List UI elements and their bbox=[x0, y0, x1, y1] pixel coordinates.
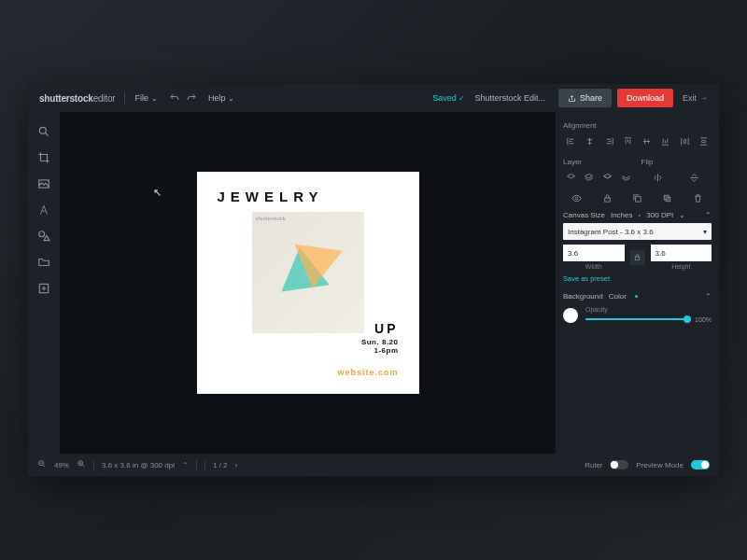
design-date: Sun. 8.20 bbox=[361, 338, 399, 346]
align-middle-v[interactable] bbox=[639, 133, 655, 148]
alignment-label: Alignment bbox=[563, 121, 712, 130]
brand-name: shutterstock bbox=[39, 93, 93, 104]
background-color-swatch[interactable] bbox=[563, 308, 578, 323]
chevron-down-icon: ⌄ bbox=[228, 94, 234, 103]
align-top[interactable] bbox=[620, 133, 636, 148]
tool-search[interactable] bbox=[32, 119, 56, 144]
unit-select[interactable]: Inches bbox=[611, 211, 633, 219]
active-dot-icon bbox=[635, 295, 638, 298]
opacity-label: Opacity bbox=[585, 306, 712, 313]
cursor-icon: ↖ bbox=[153, 187, 162, 199]
document-title[interactable]: Shutterstock Edit... bbox=[474, 93, 545, 103]
upload-icon bbox=[37, 282, 50, 295]
copy-icon[interactable] bbox=[654, 190, 681, 205]
tool-crop[interactable] bbox=[32, 146, 56, 170]
dpi-select[interactable]: 300 DPI bbox=[646, 211, 673, 219]
top-bar: shutterstockeditor File⌄ Help⌄ Saved ✓ S… bbox=[28, 84, 719, 112]
chevron-down-icon[interactable]: ⌄ bbox=[679, 211, 685, 219]
divider bbox=[124, 91, 125, 105]
align-center-h[interactable] bbox=[582, 133, 598, 148]
visibility-icon[interactable] bbox=[563, 190, 590, 205]
brand-logo: shutterstockeditor bbox=[39, 93, 115, 104]
lock-icon[interactable] bbox=[593, 190, 620, 205]
tool-folder[interactable] bbox=[32, 250, 56, 274]
align-bottom[interactable] bbox=[657, 133, 673, 148]
height-input[interactable] bbox=[651, 245, 712, 261]
svg-rect-6 bbox=[636, 196, 641, 202]
canvas-area[interactable]: ↖ JEWELRY shutterstock UP Sun. 8.20 1-6p… bbox=[60, 112, 556, 454]
width-input[interactable] bbox=[563, 245, 625, 261]
alignment-row bbox=[563, 133, 712, 148]
height-label: Height bbox=[651, 263, 712, 270]
background-mode[interactable]: Color bbox=[609, 292, 627, 301]
editor-window: shutterstockeditor File⌄ Help⌄ Saved ✓ S… bbox=[28, 84, 719, 476]
bottom-bar: 49% 3.6 x 3.6 in @ 300 dpi ⌃ 1 / 2 › Rul… bbox=[28, 454, 719, 476]
opacity-value: 100% bbox=[695, 316, 712, 323]
section-collapse[interactable]: ⌃ bbox=[705, 211, 712, 219]
layer-front[interactable] bbox=[563, 170, 579, 185]
svg-rect-5 bbox=[604, 198, 610, 202]
design-subtext[interactable]: UP Sun. 8.20 1-6pm bbox=[361, 321, 399, 355]
preview-label: Preview Mode bbox=[636, 461, 684, 469]
flip-h[interactable] bbox=[641, 170, 675, 185]
brand-suffix: editor bbox=[93, 93, 116, 104]
align-left[interactable] bbox=[563, 133, 579, 148]
layer-backward[interactable] bbox=[599, 170, 615, 185]
design-image[interactable]: shutterstock bbox=[252, 212, 364, 333]
zoom-in-icon[interactable] bbox=[77, 459, 86, 470]
menu-help[interactable]: Help⌄ bbox=[208, 93, 235, 103]
duplicate-icon[interactable] bbox=[624, 190, 651, 205]
canvas-size-label: Canvas Size bbox=[563, 211, 605, 219]
save-status: Saved ✓ bbox=[432, 93, 465, 103]
shapes-icon bbox=[37, 230, 50, 243]
svg-point-4 bbox=[575, 197, 578, 200]
tool-upload[interactable] bbox=[32, 276, 56, 301]
svg-point-0 bbox=[39, 127, 46, 133]
aspect-lock[interactable] bbox=[630, 250, 645, 265]
preview-toggle[interactable] bbox=[691, 460, 710, 469]
download-button[interactable]: Download bbox=[617, 89, 673, 107]
menu-file[interactable]: File⌄ bbox=[134, 93, 158, 103]
folder-icon bbox=[37, 256, 50, 269]
save-preset-link[interactable]: Save as preset bbox=[563, 274, 610, 283]
crop-icon bbox=[37, 151, 50, 164]
canvas-dimensions: 3.6 x 3.6 in @ 300 dpi bbox=[102, 461, 175, 469]
layer-forward[interactable] bbox=[582, 170, 598, 185]
undo-icon[interactable] bbox=[169, 92, 180, 104]
preset-select[interactable]: Instagram Post - 3.6 x 3.6▾ bbox=[563, 223, 712, 240]
next-page-icon[interactable]: › bbox=[235, 461, 238, 469]
exit-button[interactable]: Exit→ bbox=[683, 93, 708, 103]
tool-image[interactable] bbox=[32, 172, 56, 196]
design-title[interactable]: JEWELRY bbox=[218, 189, 399, 204]
properties-panel: Alignment Layer bbox=[556, 112, 719, 454]
distribute-h[interactable] bbox=[677, 133, 693, 148]
opacity-slider[interactable]: 100% bbox=[585, 313, 712, 326]
svg-rect-8 bbox=[667, 197, 671, 202]
left-toolbar bbox=[28, 112, 60, 454]
divider bbox=[204, 460, 205, 469]
delete-icon[interactable] bbox=[684, 190, 712, 205]
image-icon bbox=[37, 177, 50, 190]
flip-v[interactable] bbox=[678, 170, 712, 185]
ruler-toggle[interactable] bbox=[610, 460, 628, 469]
zoom-out-icon[interactable] bbox=[37, 459, 47, 470]
redo-icon[interactable] bbox=[186, 92, 197, 104]
layer-back[interactable] bbox=[618, 170, 634, 185]
chevron-down-icon: ⌄ bbox=[151, 94, 158, 103]
triangle-shape bbox=[289, 245, 343, 292]
zoom-value[interactable]: 49% bbox=[54, 461, 69, 469]
text-icon bbox=[37, 203, 50, 217]
tool-shapes[interactable] bbox=[32, 224, 56, 248]
align-right[interactable] bbox=[601, 133, 617, 148]
page-indicator[interactable]: 1 / 2 bbox=[213, 461, 228, 469]
artboard[interactable]: JEWELRY shutterstock UP Sun. 8.20 1-6pm … bbox=[197, 172, 419, 394]
arrow-right-icon: → bbox=[699, 93, 708, 103]
chevron-down-icon: ▾ bbox=[703, 228, 707, 236]
chevron-up-icon[interactable]: ⌃ bbox=[182, 461, 189, 469]
section-collapse[interactable]: ⌃ bbox=[705, 292, 712, 301]
width-label: Width bbox=[563, 263, 625, 270]
design-website[interactable]: website.com bbox=[337, 368, 398, 377]
tool-text[interactable] bbox=[32, 198, 56, 222]
distribute-v[interactable] bbox=[696, 133, 712, 148]
share-button[interactable]: Share bbox=[558, 89, 612, 107]
